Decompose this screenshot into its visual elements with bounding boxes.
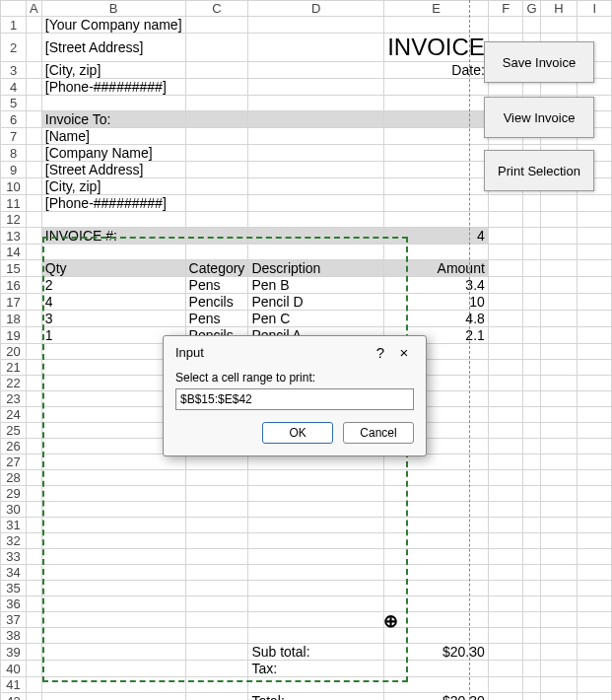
cell-D9[interactable]: [248, 162, 384, 178]
col-head-D[interactable]: D: [248, 1, 384, 17]
cell-H16[interactable]: [540, 277, 578, 294]
cell-H29[interactable]: [540, 486, 578, 502]
cell-F36[interactable]: [488, 596, 523, 612]
cell-D31[interactable]: [248, 518, 384, 533]
cell-H37[interactable]: [540, 612, 578, 628]
cell-H39[interactable]: [540, 644, 578, 661]
cell-G21[interactable]: [523, 360, 540, 376]
row-head-42[interactable]: 42: [1, 693, 27, 701]
cell-I28[interactable]: [578, 470, 612, 486]
cell-G34[interactable]: [523, 565, 540, 581]
cell-B12[interactable]: [41, 212, 185, 228]
cell-D38[interactable]: [248, 628, 384, 644]
cell-A5[interactable]: [27, 96, 42, 111]
cell-F40[interactable]: [488, 661, 523, 677]
cell-G11[interactable]: [523, 195, 540, 212]
cell-I27[interactable]: [578, 455, 612, 470]
cell-B10[interactable]: [City, zip]: [41, 178, 185, 195]
cell-A41[interactable]: [27, 677, 42, 693]
cell-B14[interactable]: [41, 245, 185, 260]
row-head-13[interactable]: 13: [1, 228, 27, 245]
cell-C39[interactable]: [185, 644, 248, 661]
cell-B27[interactable]: [41, 455, 185, 470]
row-head-16[interactable]: 16: [1, 277, 27, 294]
cell-F35[interactable]: [488, 581, 523, 596]
cell-F32[interactable]: [488, 533, 523, 549]
cell-D15[interactable]: Description: [248, 260, 384, 277]
cell-E16[interactable]: 3.4: [384, 277, 489, 294]
cell-B29[interactable]: [41, 486, 185, 502]
cell-E18[interactable]: 4.8: [384, 311, 489, 327]
cell-A15[interactable]: [27, 260, 42, 277]
cell-A34[interactable]: [27, 565, 42, 581]
cell-F14[interactable]: [488, 245, 523, 260]
cell-I38[interactable]: [578, 628, 612, 644]
cell-D7[interactable]: [248, 128, 384, 145]
row-head-29[interactable]: 29: [1, 486, 27, 502]
close-icon[interactable]: ×: [392, 344, 416, 361]
cell-A8[interactable]: [27, 145, 42, 162]
cell-E17[interactable]: 10: [384, 294, 489, 311]
cell-H22[interactable]: [540, 376, 578, 391]
cell-B11[interactable]: [Phone-#########]: [41, 195, 185, 212]
cell-B16[interactable]: 2: [41, 277, 185, 294]
cell-I15[interactable]: [578, 260, 612, 277]
cell-A12[interactable]: [27, 212, 42, 228]
cell-I23[interactable]: [578, 391, 612, 407]
cell-H33[interactable]: [540, 549, 578, 565]
cell-E40[interactable]: [384, 661, 489, 677]
cell-F16[interactable]: [488, 277, 523, 294]
cell-E38[interactable]: [384, 628, 489, 644]
cell-D29[interactable]: [248, 486, 384, 502]
row-head-4[interactable]: 4: [1, 79, 27, 96]
cell-A42[interactable]: [27, 693, 42, 701]
cancel-button[interactable]: Cancel: [343, 422, 414, 444]
cell-C9[interactable]: [185, 162, 248, 178]
cell-C37[interactable]: [185, 612, 248, 628]
cell-C14[interactable]: [185, 245, 248, 260]
cell-C18[interactable]: Pens: [185, 311, 248, 327]
cell-D30[interactable]: [248, 502, 384, 518]
cell-E36[interactable]: [384, 596, 489, 612]
cell-H23[interactable]: [540, 391, 578, 407]
cell-C30[interactable]: [185, 502, 248, 518]
column-headers[interactable]: A B C D E F G H I: [1, 1, 612, 17]
cell-I36[interactable]: [578, 596, 612, 612]
cell-E15[interactable]: Amount: [384, 260, 489, 277]
cell-C3[interactable]: [185, 62, 248, 79]
cell-D1[interactable]: [248, 17, 384, 34]
cell-C1[interactable]: [185, 17, 248, 34]
help-icon[interactable]: ?: [369, 344, 392, 361]
cell-G33[interactable]: [523, 549, 540, 565]
cell-G42[interactable]: [523, 693, 540, 701]
cell-A39[interactable]: [27, 644, 42, 661]
cell-D3[interactable]: [248, 62, 384, 79]
cell-D18[interactable]: Pen C: [248, 311, 384, 327]
cell-B36[interactable]: [41, 596, 185, 612]
cell-A36[interactable]: [27, 596, 42, 612]
cell-B31[interactable]: [41, 518, 185, 533]
cell-D35[interactable]: [248, 581, 384, 596]
cell-B1[interactable]: [Your Company name]: [41, 17, 185, 34]
cell-C2[interactable]: [185, 34, 248, 62]
cell-D28[interactable]: [248, 470, 384, 486]
cell-A10[interactable]: [27, 178, 42, 195]
cell-E13[interactable]: 4: [384, 228, 489, 245]
cell-A13[interactable]: [27, 228, 42, 245]
cell-C6[interactable]: [185, 111, 248, 128]
cell-D34[interactable]: [248, 565, 384, 581]
cell-F11[interactable]: [488, 195, 523, 212]
cell-E29[interactable]: [384, 486, 489, 502]
cell-D33[interactable]: [248, 549, 384, 565]
cell-E33[interactable]: [384, 549, 489, 565]
cell-C8[interactable]: [185, 145, 248, 162]
cell-F24[interactable]: [488, 407, 523, 423]
cell-I29[interactable]: [578, 486, 612, 502]
cell-F18[interactable]: [488, 311, 523, 327]
cell-H31[interactable]: [540, 518, 578, 533]
cell-B33[interactable]: [41, 549, 185, 565]
cell-B18[interactable]: 3: [41, 311, 185, 327]
cell-C29[interactable]: [185, 486, 248, 502]
col-head-C[interactable]: C: [185, 1, 248, 17]
row-head-38[interactable]: 38: [1, 628, 27, 644]
